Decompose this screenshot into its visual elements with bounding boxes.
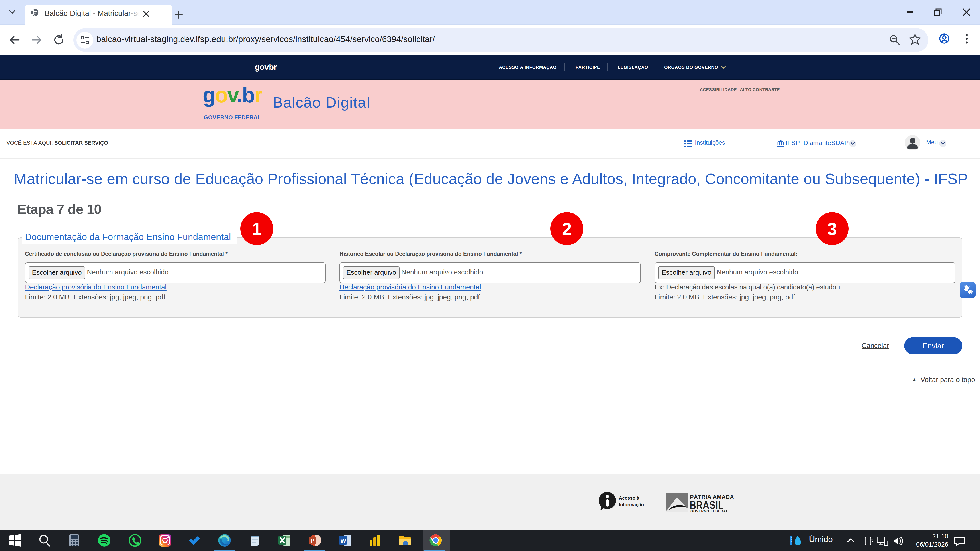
svg-text:P: P: [310, 537, 314, 544]
svg-text:W: W: [340, 537, 346, 544]
